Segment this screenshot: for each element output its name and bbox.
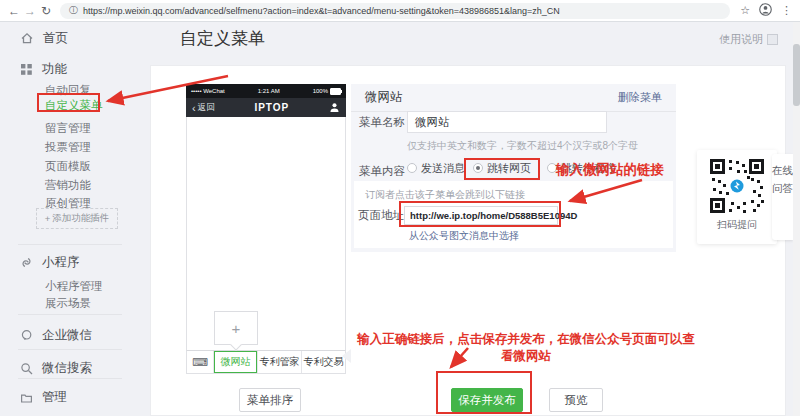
plus-icon: + (45, 213, 51, 224)
phone-menu-bar: ⌨ 微网站 专利管家 专利交易 (186, 350, 346, 374)
scrollbar-thumb[interactable] (793, 44, 800, 106)
battery-icon (330, 88, 341, 95)
chat-bubble-icon (20, 329, 33, 342)
sidebar-item-wechat-search[interactable]: 微信搜索 (20, 360, 92, 376)
browser-forward-icon[interactable]: → (22, 4, 38, 18)
search-icon (20, 362, 33, 375)
sidebar-item-label: 企业微信 (42, 327, 92, 344)
link-settings-box: 订阅者点击该子菜单会跳到以下链接 页面地址 http://we.ip.top/h… (354, 181, 673, 248)
page-url-label: 页面地址 (358, 208, 404, 223)
divider (18, 378, 122, 379)
sidebar-section-miniprogram[interactable]: 小程序 (20, 254, 80, 270)
sidebar-section-features[interactable]: 功能 (20, 61, 67, 77)
miniprogram-icon (20, 256, 33, 269)
page-url-input[interactable]: http://we.ip.top/home/D588B5E1094D (404, 206, 558, 225)
menu-name-input[interactable]: 微网站 (407, 111, 607, 133)
radio-jump-webpage[interactable]: 跳转网页 (473, 161, 531, 175)
annotation-save-tip: 输入正确链接后，点击保存并发布，在微信公众号页面可以查看微网站 (353, 331, 699, 365)
sidebar-section-label: 小程序 (42, 254, 80, 271)
sidebar-item-miniprogram-manage[interactable]: 小程序管理 (45, 279, 103, 293)
save-publish-button[interactable]: 保存并发布 (451, 388, 523, 412)
menu-sort-button[interactable]: 菜单排序 (239, 388, 301, 412)
site-info-icon[interactable]: ⓘ (69, 4, 78, 17)
help-doc-icon (767, 34, 778, 45)
menu-tab-weiwebsite[interactable]: 微网站 (214, 351, 258, 373)
delete-menu-link[interactable]: 删除菜单 (618, 90, 662, 105)
sidebar-item-label: 微信搜索 (42, 360, 92, 377)
divider (18, 349, 122, 350)
sidebar-item-label: 管理 (42, 389, 67, 406)
browser-reload-icon[interactable]: ↻ (38, 4, 54, 18)
menu-name-hint: 仅支持中英文和数字，字数不超过4个汉字或8个字母 (407, 139, 638, 153)
qr-caption: 扫码提问 (717, 218, 757, 232)
sidebar-item-votes[interactable]: 投票管理 (45, 140, 91, 154)
menu-tab-patent-trade[interactable]: 专利交易 (302, 351, 345, 373)
browser-menu-icon[interactable]: ⋮ (781, 4, 792, 17)
address-bar[interactable]: ⓘ https://mp.weixin.qq.com/advanced/self… (60, 3, 730, 19)
sidebar-item-label: 首页 (43, 30, 68, 47)
menu-tab-patent-butler[interactable]: 专利管家 (258, 351, 302, 373)
menu-content-label: 菜单内容 (359, 164, 405, 179)
sidebar-item-comments[interactable]: 留言管理 (45, 121, 91, 135)
panel-pointer (342, 349, 351, 363)
phone-screen: + (186, 117, 346, 350)
phone-status-bar: ••••• WeChat 1:21 AM 100% (186, 84, 346, 98)
qr-help-card[interactable]: 扫码提问 (697, 150, 777, 244)
scrollbar[interactable] (793, 22, 800, 416)
browser-back-icon[interactable]: ← (6, 4, 22, 18)
chevron-left-icon: ‹ (192, 103, 196, 113)
folder-icon (20, 391, 33, 404)
sidebar-item-home[interactable]: 首页 (20, 30, 68, 46)
sidebar-item-display-scene[interactable]: 展示场景 (45, 296, 91, 310)
menu-editor-card: ••••• WeChat 1:21 AM 100% ‹ 返回 IPTOP + ⌨… (150, 65, 786, 416)
phone-preview: ••••• WeChat 1:21 AM 100% ‹ 返回 IPTOP + ⌨… (186, 84, 346, 374)
bookmark-star-icon[interactable]: ☆ (740, 4, 750, 17)
preview-button[interactable]: 预览 (549, 388, 603, 412)
keyboard-icon[interactable]: ⌨ (187, 351, 214, 373)
radio-icon (407, 163, 417, 173)
link-hint: 订阅者点击该子菜单会跳到以下链接 (365, 188, 525, 202)
mp-admin-page: 首页 功能 自动回复 自定义菜单 留言管理 投票管理 页面模版 营销功能 原创管… (0, 22, 800, 416)
divider (18, 244, 122, 245)
usage-help-link[interactable]: 使用说明 (719, 32, 778, 47)
panel-title: 微网站 (365, 89, 403, 106)
annotation-link-tip: 输入微网站的链接 (556, 161, 664, 179)
sidebar-item-custom-menu[interactable]: 自定义菜单 (45, 98, 103, 112)
radio-send-message[interactable]: 发送消息 (407, 161, 465, 175)
pick-from-articles-link[interactable]: 从公众号图文消息中选择 (409, 229, 519, 243)
grid-icon (20, 63, 33, 76)
battery-percent: 100% (313, 88, 328, 94)
browser-toolbar: ← → ↻ ⓘ https://mp.weixin.qq.com/advance… (0, 0, 800, 22)
back-button[interactable]: ‹ 返回 (192, 102, 215, 114)
qr-code-image (709, 158, 765, 214)
account-title: IPTOP (215, 102, 329, 113)
url-text: https://mp.weixin.qq.com/advanced/selfme… (83, 6, 560, 16)
divider (18, 314, 122, 315)
clock-label: 1:21 AM (258, 88, 280, 94)
sidebar-section-label: 功能 (42, 61, 67, 78)
sidebar-item-work-wechat[interactable]: 企业微信 (20, 327, 92, 343)
profile-avatar-icon[interactable] (759, 2, 772, 20)
menu-name-label: 菜单名称 (359, 115, 405, 130)
online-qa-tab[interactable]: 在线问答 (772, 154, 793, 240)
home-icon (20, 31, 34, 45)
phone-nav-bar: ‹ 返回 IPTOP (186, 98, 346, 117)
sidebar-item-marketing[interactable]: 营销功能 (45, 178, 91, 192)
person-icon[interactable] (329, 99, 340, 117)
sidebar-item-manage[interactable]: 管理 (20, 389, 67, 405)
radio-icon (473, 163, 483, 173)
add-plugin-button[interactable]: + 添加功能插件 (36, 208, 118, 229)
carrier-label: ••••• WeChat (191, 88, 225, 94)
page-title: 自定义菜单 (180, 27, 265, 50)
sidebar-item-page-template[interactable]: 页面模版 (45, 159, 91, 173)
sidebar-item-auto-reply[interactable]: 自动回复 (45, 83, 91, 97)
